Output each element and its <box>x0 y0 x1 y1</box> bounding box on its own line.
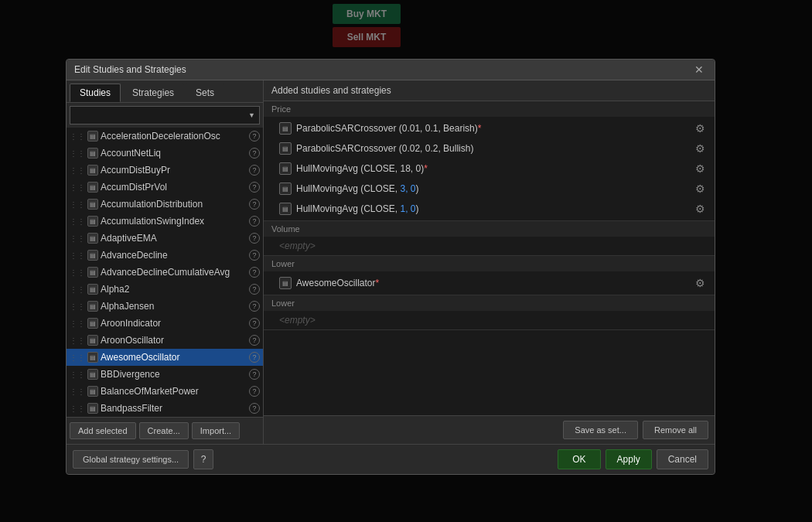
study-type-icon: ▤ <box>279 122 292 135</box>
help-icon[interactable]: ? <box>249 369 260 380</box>
tab-studies[interactable]: Studies <box>70 84 121 102</box>
help-icon[interactable]: ? <box>249 301 260 312</box>
drag-handle-icon: ⋮⋮ <box>70 251 85 260</box>
help-icon[interactable]: ? <box>249 267 260 278</box>
apply-button[interactable]: Apply <box>606 449 652 469</box>
help-icon[interactable]: ? <box>249 335 260 346</box>
study-icon: ▤ <box>87 403 98 414</box>
drag-handle-icon: ⋮⋮ <box>70 404 85 413</box>
study-type-icon: ▤ <box>279 277 292 289</box>
drag-handle-icon: ⋮⋮ <box>70 132 85 141</box>
import-button[interactable]: Import... <box>192 422 240 439</box>
gear-button[interactable]: ⚙ <box>694 142 707 155</box>
drag-handle-icon: ⋮⋮ <box>70 217 85 226</box>
help-icon[interactable]: ? <box>249 182 260 193</box>
study-icon: ▤ <box>87 335 98 346</box>
lower-label-2: Lower <box>271 299 314 308</box>
study-name: AdvanceDeclineCumulativeAvg <box>101 267 247 278</box>
gear-button[interactable]: ⚙ <box>694 183 707 195</box>
added-study-row: ▤ ParabolicSARCrossover (0.02, 0.2, Bull… <box>264 138 715 159</box>
list-item[interactable]: ⋮⋮ ▤ AlphaJensen ? <box>67 298 263 315</box>
help-icon[interactable]: ? <box>249 148 260 159</box>
study-icon: ▤ <box>87 386 98 397</box>
edit-studies-dialog: Edit Studies and Strategies ✕ Studies St… <box>66 59 715 475</box>
close-button[interactable]: ✕ <box>691 64 707 75</box>
lower-section-items-1: ▤ AwesomeOscillator* ⚙ <box>264 271 715 295</box>
global-strategy-settings-button[interactable]: Global strategy settings... <box>73 450 189 469</box>
ok-button[interactable]: OK <box>558 449 600 469</box>
tab-strategies[interactable]: Strategies <box>122 84 184 102</box>
list-item[interactable]: ⋮⋮ ▤ BandpassFilter ? <box>67 400 263 417</box>
list-item-selected[interactable]: ⋮⋮ ▤ AwesomeOscillator ? <box>67 349 263 366</box>
study-icon: ▤ <box>87 199 98 210</box>
list-item[interactable]: ⋮⋮ ▤ AroonIndicator ? <box>67 315 263 332</box>
help-icon[interactable]: ? <box>249 131 260 142</box>
list-item[interactable]: ⋮⋮ ▤ Alpha2 ? <box>67 281 263 298</box>
help-icon[interactable]: ? <box>249 233 260 244</box>
help-icon[interactable]: ? <box>249 318 260 329</box>
create-button[interactable]: Create... <box>139 422 189 439</box>
save-as-set-button[interactable]: Save as set... <box>563 421 638 439</box>
study-name: AccelerationDecelerationOsc <box>101 131 247 142</box>
volume-label: Volume <box>271 224 314 234</box>
study-icon: ▤ <box>87 165 98 176</box>
lower-section-header-1: Lower <box>264 256 715 271</box>
gear-button[interactable]: ⚙ <box>694 122 707 135</box>
study-icon: ▤ <box>87 131 98 142</box>
study-icon: ▤ <box>87 352 98 363</box>
list-item[interactable]: ⋮⋮ ▤ BalanceOfMarketPower ? <box>67 383 263 400</box>
list-item[interactable]: ⋮⋮ ▤ AccumulationSwingIndex ? <box>67 213 263 230</box>
drag-handle-icon: ⋮⋮ <box>70 234 85 243</box>
tab-sets[interactable]: Sets <box>186 84 224 102</box>
help-icon[interactable]: ? <box>249 352 260 363</box>
added-study-name: ParabolicSARCrossover (0.02, 0.2, Bullis… <box>296 143 689 154</box>
help-icon[interactable]: ? <box>249 199 260 210</box>
lower-section-items-2: <empty> <box>264 311 715 329</box>
search-row <box>67 103 263 128</box>
gear-button[interactable]: ⚙ <box>694 277 707 289</box>
study-icon: ▤ <box>87 267 98 278</box>
study-name: AwesomeOscillator <box>101 352 247 363</box>
list-item[interactable]: ⋮⋮ ▤ AdaptiveEMA ? <box>67 230 263 247</box>
price-section: Price ▤ ParabolicSARCrossover (0.01, 0.1… <box>264 101 715 221</box>
added-study-name: AwesomeOscillator* <box>296 278 689 288</box>
search-select-wrapper <box>70 106 260 125</box>
list-item[interactable]: ⋮⋮ ▤ BBDivergence ? <box>67 366 263 383</box>
add-selected-button[interactable]: Add selected <box>70 422 136 439</box>
gear-button[interactable]: ⚙ <box>694 203 707 215</box>
drag-handle-icon: ⋮⋮ <box>70 285 85 294</box>
studies-list[interactable]: ⋮⋮ ▤ AccelerationDecelerationOsc ? ⋮⋮ ▤ … <box>67 128 263 417</box>
study-name: AdvanceDecline <box>101 250 247 261</box>
help-icon[interactable]: ? <box>249 165 260 176</box>
list-item[interactable]: ⋮⋮ ▤ AccumDistPrVol ? <box>67 179 263 196</box>
study-type-icon: ▤ <box>279 203 292 215</box>
help-icon[interactable]: ? <box>249 284 260 295</box>
search-select[interactable] <box>70 106 260 125</box>
help-icon[interactable]: ? <box>249 250 260 261</box>
volume-section-header: Volume <box>264 221 715 237</box>
added-study-row: ▤ HullMovingAvg (CLOSE, 3, 0) ⚙ <box>264 179 715 199</box>
right-panel: Added studies and strategies Price ▤ Par… <box>264 80 715 444</box>
list-item[interactable]: ⋮⋮ ▤ AdvanceDecline ? <box>67 247 263 264</box>
list-item[interactable]: ⋮⋮ ▤ AccumulationDistribution ? <box>67 196 263 213</box>
tabs-bar: Studies Strategies Sets <box>67 80 263 103</box>
drag-handle-icon: ⋮⋮ <box>70 353 85 362</box>
list-item[interactable]: ⋮⋮ ▤ AccumDistBuyPr ? <box>67 162 263 179</box>
help-icon[interactable]: ? <box>249 216 260 227</box>
study-name: BandpassFilter <box>101 403 247 414</box>
list-item[interactable]: ⋮⋮ ▤ AroonOscillator ? <box>67 332 263 349</box>
list-item[interactable]: ⋮⋮ ▤ AccountNetLiq ? <box>67 145 263 162</box>
help-icon[interactable]: ? <box>249 386 260 397</box>
list-item[interactable]: ⋮⋮ ▤ AccelerationDecelerationOsc ? <box>67 128 263 145</box>
list-item[interactable]: ⋮⋮ ▤ AdvanceDeclineCumulativeAvg ? <box>67 264 263 281</box>
help-button[interactable]: ? <box>193 449 213 469</box>
study-name: AlphaJensen <box>101 301 247 312</box>
help-icon[interactable]: ? <box>249 403 260 414</box>
cancel-button[interactable]: Cancel <box>657 449 708 469</box>
right-bottom-buttons: Save as set... Remove all <box>264 415 715 444</box>
study-name: BBDivergence <box>101 369 247 380</box>
study-name: AccumDistBuyPr <box>101 165 247 176</box>
lower-label-1: Lower <box>271 259 314 268</box>
remove-all-button[interactable]: Remove all <box>643 421 708 439</box>
gear-button[interactable]: ⚙ <box>694 162 707 175</box>
